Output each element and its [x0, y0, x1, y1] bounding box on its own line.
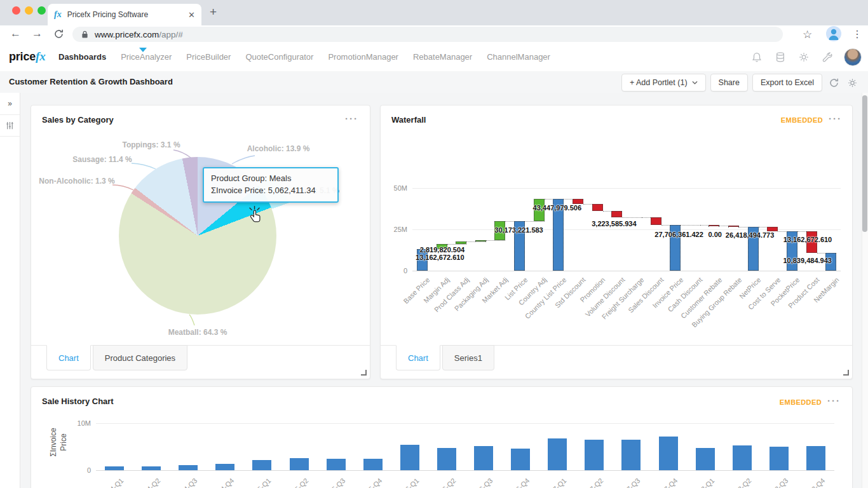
resize-handle[interactable]	[361, 370, 367, 376]
y-gridline	[96, 470, 834, 471]
waterfall-bar-cost-to-serve[interactable]	[767, 227, 778, 231]
pie-chart-canvas: Alcoholic: 13.9 %Meals: 5.1 %Meatball: 6…	[31, 105, 370, 346]
nav-item-quoteconfigurator[interactable]: QuoteConfigurator	[245, 52, 313, 62]
history-bar[interactable]	[659, 437, 678, 470]
y-gridline	[412, 271, 841, 271]
history-bar[interactable]	[105, 466, 124, 470]
waterfall-tabs: Chart Series1	[396, 346, 496, 370]
refresh-dashboard-icon[interactable]	[827, 76, 841, 90]
waterfall-bar-buying-group-rebate[interactable]	[728, 226, 739, 227]
pie-tabs: Chart Product Categories	[46, 346, 189, 370]
page-scrollbar-thumb[interactable]	[862, 95, 867, 232]
new-tab-button[interactable]: +	[210, 5, 217, 19]
page-title: Customer Retention & Growth Dashboard	[9, 77, 173, 86]
address-bar[interactable]: www.pricefx.com/app/#	[72, 27, 783, 42]
waterfall-bar-promotion[interactable]	[592, 204, 603, 211]
waterfall-bar-prod-class-adj[interactable]	[456, 241, 466, 244]
y-axis-title: ΣInvoice Price	[48, 407, 69, 477]
settings-gear-icon[interactable]	[797, 50, 811, 64]
pie-slice-label: Sausage: 11.4 %	[72, 155, 132, 164]
tab-product-categories[interactable]: Product Categories	[93, 345, 187, 370]
tab-series1[interactable]: Series1	[442, 345, 494, 370]
history-bar[interactable]	[290, 458, 309, 470]
history-bar[interactable]	[179, 465, 198, 470]
waterfall-bar-volume-discount[interactable]	[611, 211, 622, 217]
history-bar[interactable]	[585, 440, 604, 470]
y-tick-label: 50M	[383, 184, 407, 192]
nav-item-channelmanager[interactable]: ChannelManager	[487, 52, 550, 62]
database-icon[interactable]	[773, 50, 787, 64]
history-bar[interactable]	[511, 449, 530, 470]
back-button[interactable]: ←	[10, 27, 21, 40]
history-bar[interactable]	[142, 466, 161, 470]
nav-item-rebatemanager[interactable]: RebateManager	[413, 52, 472, 62]
tab-title: Pricefx Pricing Software	[67, 10, 184, 19]
waterfall-value-label: 30,173,221.583	[494, 226, 543, 234]
collapse-sidebar-button[interactable]: »	[0, 93, 20, 115]
minimize-window-button[interactable]	[25, 6, 33, 15]
browser-profile-icon[interactable]	[826, 26, 841, 41]
share-button[interactable]: Share	[710, 74, 748, 92]
close-window-button[interactable]	[12, 6, 20, 15]
browser-menu-icon[interactable]: ⋮	[852, 28, 862, 40]
history-bar[interactable]	[621, 440, 641, 470]
app-nav-items: Dashboards PriceAnalyzer PriceBuilder Qu…	[58, 43, 550, 71]
tab-chart[interactable]: Chart	[396, 345, 440, 370]
user-avatar[interactable]	[844, 48, 862, 66]
waterfall-value-label: 0.00	[708, 231, 721, 238]
history-chart-canvas: 10M0ΣInvoice Price2014-Q12014-Q22014-Q32…	[31, 387, 852, 488]
dashboard-actions: + Add Portlet (1) Share Export to Excel	[621, 74, 859, 92]
waterfall-value-label: 43,447,979.506	[533, 204, 581, 212]
history-bar[interactable]	[327, 459, 346, 470]
forward-button[interactable]: →	[32, 27, 43, 40]
history-bar[interactable]	[474, 446, 493, 470]
zoom-window-button[interactable]	[37, 6, 46, 15]
waterfall-bar-customer-rebate[interactable]	[709, 225, 719, 226]
notifications-bell-icon[interactable]	[750, 50, 764, 64]
pie-slice-label: Alcoholic: 13.9 %	[247, 144, 310, 153]
dashboard-settings-gear-icon[interactable]	[845, 76, 859, 90]
history-bar[interactable]	[696, 448, 715, 470]
nav-item-pricebuilder[interactable]: PriceBuilder	[186, 52, 231, 62]
pricefx-logo[interactable]: pricefx	[9, 50, 45, 64]
screen: fx Pricefx Pricing Software ✕ + ← → www.…	[0, 0, 868, 488]
portlet-sales-by-category: Sales by Category ··· Alcoholic: 13.9 %M…	[31, 105, 370, 379]
waterfall-connector	[622, 217, 642, 218]
pie-slice-label: Meatball: 64.3 %	[168, 328, 227, 337]
nav-item-promotionmanager[interactable]: PromotionManager	[328, 52, 398, 62]
pricefx-favicon: fx	[54, 10, 62, 20]
history-bar[interactable]	[437, 448, 456, 470]
add-portlet-button[interactable]: + Add Portlet (1)	[621, 74, 706, 92]
browser-tab[interactable]: fx Pricefx Pricing Software ✕	[48, 4, 201, 25]
history-bar[interactable]	[252, 460, 271, 470]
history-bar[interactable]	[733, 445, 752, 470]
export-to-excel-button[interactable]: Export to Excel	[752, 74, 822, 92]
history-bar[interactable]	[548, 438, 567, 470]
tools-wrench-icon[interactable]	[820, 50, 834, 64]
resize-handle[interactable]	[843, 370, 849, 376]
close-tab-icon[interactable]: ✕	[188, 10, 195, 20]
lock-icon	[81, 30, 88, 39]
filters-button[interactable]	[0, 114, 20, 137]
tab-chart[interactable]: Chart	[46, 345, 91, 370]
waterfall-connector	[486, 240, 506, 241]
bookmark-star-icon[interactable]: ☆	[803, 28, 812, 41]
pie-slice-label: Non-Alcoholic: 1.3 %	[39, 177, 114, 186]
waterfall-bar-sales-discount[interactable]	[651, 217, 661, 225]
waterfall-value-label: 10,839,484.943	[783, 257, 831, 264]
waterfall-bar-packaging-adj[interactable]	[475, 240, 486, 241]
waterfall-value-label: 13,162,672.610	[783, 236, 832, 243]
url-host: www.pricefx.com	[95, 30, 159, 39]
history-bar[interactable]	[215, 464, 234, 470]
history-bar[interactable]	[363, 459, 383, 470]
history-bar[interactable]	[806, 446, 825, 471]
nav-item-dashboards[interactable]: Dashboards	[58, 52, 106, 62]
history-bar[interactable]	[400, 445, 419, 470]
nav-item-priceanalyzer[interactable]: PriceAnalyzer	[121, 52, 172, 62]
waterfall-value-label: 27,706,361.422	[654, 231, 703, 238]
tooltip-line2: ΣInvoice Price: 5,062,411.34	[211, 185, 330, 197]
waterfall-value-label: 13,162,672.610	[416, 254, 464, 261]
tooltip-line1: Product Group: Meals	[211, 173, 330, 185]
reload-button[interactable]	[53, 29, 64, 42]
history-bar[interactable]	[770, 447, 789, 470]
